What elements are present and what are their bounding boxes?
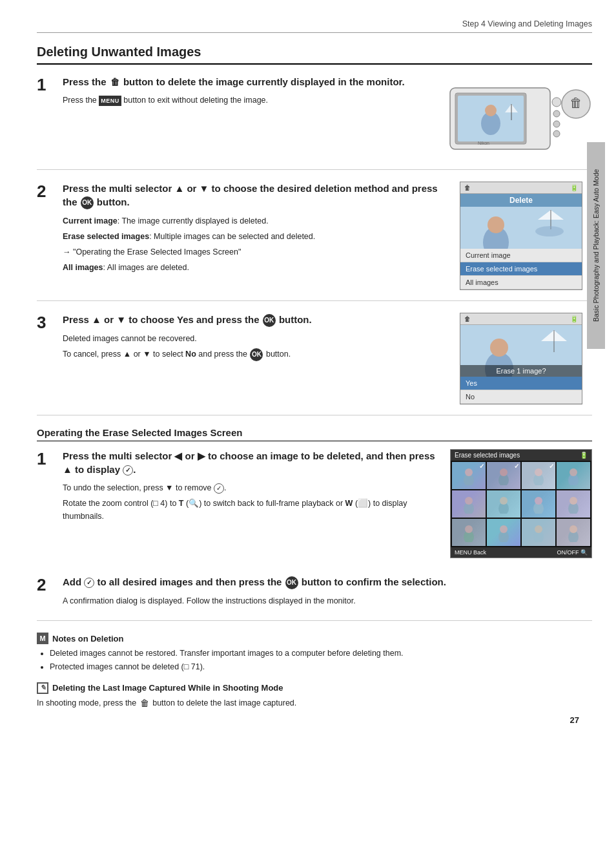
trash-button-illustration: 🗑 [560, 88, 592, 120]
svg-point-9 [553, 121, 560, 127]
thumb-4 [557, 462, 590, 489]
svg-point-38 [535, 497, 542, 505]
camera-illustration: Nikon [444, 75, 573, 159]
confirm-header: 🗑 🔋 [460, 313, 582, 325]
svg-point-30 [535, 468, 542, 476]
svg-point-42 [465, 525, 473, 533]
step-1-body: Press the MENU button to exit without de… [63, 94, 437, 107]
ok-btn-s2: OK [285, 576, 298, 589]
svg-point-36 [500, 497, 508, 505]
thumb-person-7 [529, 494, 548, 514]
tip-body: In shooting mode, press the 🗑 button to … [37, 697, 592, 709]
svg-point-34 [465, 497, 473, 505]
erase-selected-header: Erase selected images 🔋 [451, 450, 591, 461]
tip-body-text: In shooting mode, press the 🗑 button to … [37, 697, 592, 709]
confirm-battery-icon: 🔋 [570, 315, 578, 322]
sub-section-title: Operating the Erase Selected Images Scre… [37, 427, 592, 441]
step-1-number: 1 [37, 76, 56, 93]
svg-rect-14 [460, 207, 582, 249]
step-3-content: Press ▲ or ▼ to choose Yes and press the… [63, 313, 450, 364]
page-header: Step 4 Viewing and Deleting Images [37, 19, 592, 33]
step-1-image: Nikon 🗑 [444, 75, 592, 159]
thumb-8 [557, 490, 590, 518]
menu-option-all: All images [460, 276, 582, 289]
erase-header-icon: 🔋 [580, 452, 588, 459]
thumb-person-8 [564, 494, 583, 514]
step-1-heading: Press the 🗑 button to delete the image c… [63, 75, 437, 89]
step-2-row: 2 Press the multi selector ▲ or ▼ to cho… [37, 182, 592, 301]
menu-button-label: MENU [99, 96, 121, 106]
ok-btn-icon: OK [81, 196, 94, 209]
sub-step-1-image: Erase selected images 🔋 [450, 449, 592, 558]
step-2-image: 🗑 🔋 Delete [450, 182, 592, 290]
main-title: Deleting Unwanted Images [37, 45, 592, 65]
sidebar-label: Basic Photography and Playback: Easy Aut… [591, 169, 601, 322]
thumb-person-11 [529, 523, 548, 542]
tip-title: ✎ Deleting the Last Image Captured While… [37, 682, 592, 694]
sidebar-tab: Basic Photography and Playback: Easy Aut… [587, 142, 605, 349]
thumb-1 [452, 462, 486, 489]
menu-option-current: Current image [460, 249, 582, 262]
svg-point-10 [553, 131, 560, 137]
thumb-person-5 [459, 494, 478, 514]
delete-menu-image [460, 207, 582, 249]
svg-point-26 [465, 468, 473, 476]
note-item-1: Deleted images cannot be restored. Trans… [50, 647, 592, 660]
checkmark-add-icon: ✓ [84, 578, 94, 588]
sub-step-2-number: 2 [37, 576, 56, 593]
sub-step-2-content: Add ✓ to all desired images and then pre… [63, 575, 592, 610]
notes-list: Deleted images cannot be restored. Trans… [50, 647, 592, 675]
page-number: 27 [570, 715, 579, 725]
notes-title-text: Notes on Deletion [52, 634, 124, 644]
tip-icon: ✎ [37, 682, 48, 694]
erase-selected-box: Erase selected images 🔋 [450, 449, 592, 558]
sub-step-2-heading: Add ✓ to all desired images and then pre… [63, 575, 586, 589]
step-1-row: 1 Press the 🗑 button to delete the image… [37, 75, 592, 170]
sub-step-1-body: To undo the selection, press ▼ to remove… [63, 481, 444, 523]
erase-footer-right: ON/OFF 🔍 [557, 549, 588, 556]
confirm-options: Yes No [460, 377, 582, 404]
delete-menu-title: Delete [460, 194, 582, 207]
svg-point-4 [485, 105, 497, 116]
thumb-10 [487, 519, 520, 546]
thumb-9 [452, 519, 486, 546]
sub-step-1-row: 1 Press the multi selector ◀ or ▶ to cho… [37, 449, 592, 563]
tip-section: ✎ Deleting the Last Image Captured While… [37, 682, 592, 709]
svg-text:🗑: 🗑 [570, 96, 582, 110]
thumb-person-10 [494, 523, 513, 542]
header-text: Step 4 Viewing and Deleting Images [462, 19, 592, 28]
sub-step-1-content: Press the multi selector ◀ or ▶ to choos… [63, 449, 450, 525]
delete-menu-box: 🗑 🔋 Delete [460, 182, 582, 290]
svg-point-40 [570, 497, 577, 505]
svg-point-32 [570, 468, 577, 476]
menu-box-header: 🗑 🔋 [460, 182, 582, 194]
thumb-2 [487, 462, 520, 489]
page-container: Basic Photography and Playback: Easy Aut… [11, 0, 605, 738]
confirm-box: 🗑 🔋 Erase 1 image? Yes No [460, 313, 582, 404]
thumb-11 [522, 519, 555, 546]
step-3-row: 3 Press ▲ or ▼ to choose Yes and press t… [37, 313, 592, 415]
svg-text:Nikon: Nikon [478, 141, 489, 145]
erase-footer: MENU Back ON/OFF 🔍 [451, 547, 591, 558]
svg-point-22 [490, 339, 508, 357]
sub-step-1-heading: Press the multi selector ◀ or ▶ to choos… [63, 449, 444, 476]
erase-header-title: Erase selected images [455, 452, 520, 459]
svg-point-19 [535, 226, 564, 236]
step-2-heading: Press the multi selector ▲ or ▼ to choos… [63, 182, 444, 209]
notes-title: M Notes on Deletion [37, 633, 592, 644]
delete-menu-options: Current image Erase selected images All … [460, 249, 582, 289]
step-3-image: 🗑 🔋 Erase 1 image? Yes No [450, 313, 592, 404]
svg-point-16 [488, 216, 504, 233]
step-3-heading: Press ▲ or ▼ to choose Yes and press the… [63, 313, 444, 327]
erase-footer-left: MENU Back [455, 549, 486, 556]
menu-option-erase: Erase selected images [460, 262, 582, 276]
notes-icon: M [37, 633, 48, 644]
step-1-content: Press the 🗑 button to delete the image c… [63, 75, 444, 109]
thumb-person-2 [494, 466, 513, 485]
step-2-content: Press the multi selector ▲ or ▼ to choos… [63, 182, 450, 277]
step-3-number: 3 [37, 314, 56, 331]
svg-point-28 [500, 468, 508, 476]
confirm-no: No [460, 390, 582, 404]
sub-step-2-body: A confirmation dialog is displayed. Foll… [63, 594, 586, 607]
trash-icon: 🗑 [109, 77, 121, 89]
